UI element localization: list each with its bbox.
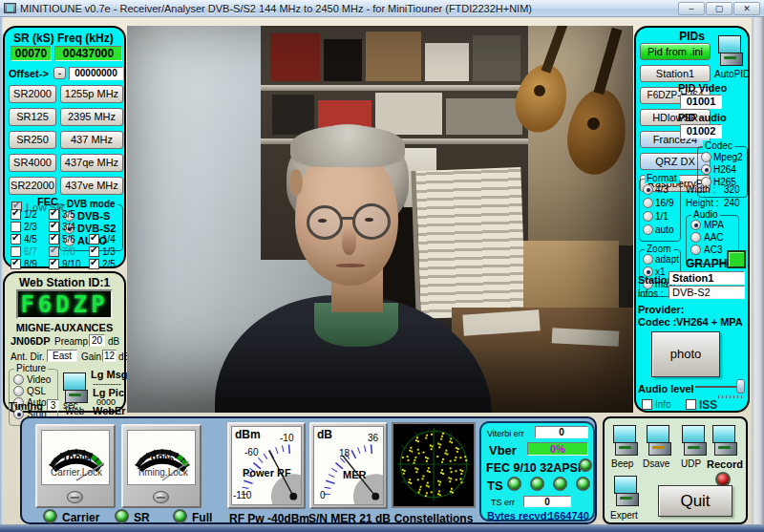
preamp-field[interactable]: 20 bbox=[89, 334, 105, 347]
pid-video-label: PID Video bbox=[678, 82, 727, 94]
photo-button[interactable]: photo bbox=[651, 331, 720, 377]
preset-sr-button[interactable]: SR4000 bbox=[9, 154, 56, 172]
format-11-radio[interactable] bbox=[643, 211, 653, 222]
station-city: MIGNE-AUXANCES bbox=[5, 322, 124, 333]
freq-value-field[interactable]: 00437000 bbox=[54, 46, 122, 61]
mer-lo: 0 bbox=[320, 490, 326, 500]
format-43-radio[interactable] bbox=[643, 184, 653, 195]
minitioune-window: MINITIOUNE v0.7e - Receiver/Analyser DVB… bbox=[0, 0, 764, 532]
gauge-knob[interactable] bbox=[67, 491, 83, 503]
offset-value-field[interactable]: 00000000 bbox=[69, 67, 123, 80]
constellation-display bbox=[392, 422, 476, 508]
fec-checkbox[interactable] bbox=[49, 234, 59, 245]
maximize-button[interactable]: ▢ bbox=[706, 2, 732, 15]
station-field[interactable]: Station1 bbox=[668, 271, 745, 285]
fec-checkbox[interactable] bbox=[11, 234, 21, 245]
audio-aac-label: AAC bbox=[704, 232, 724, 243]
preset-sr-button[interactable]: SR22000 bbox=[9, 177, 56, 195]
zoom-adapt-radio[interactable] bbox=[643, 254, 653, 265]
audio-level-slider[interactable] bbox=[695, 379, 745, 400]
ant-dir-field[interactable]: East bbox=[47, 350, 77, 362]
preset-freq-button[interactable]: 437ve MHz bbox=[60, 177, 123, 195]
pid-video-field[interactable]: 01001 bbox=[680, 95, 722, 109]
fec-checkbox[interactable] bbox=[11, 209, 21, 220]
sr-label: SR (kS) bbox=[13, 32, 54, 45]
gain-field[interactable]: 12 bbox=[102, 350, 117, 362]
audio-title: Audio bbox=[691, 209, 720, 220]
freq-label: Freq (kHz) bbox=[57, 32, 114, 45]
preset-freq-button[interactable]: 1255p MHz bbox=[60, 85, 123, 103]
preset-freq-button[interactable]: 437 MHz bbox=[60, 131, 123, 149]
record-switch[interactable] bbox=[712, 425, 737, 458]
provider-label: Provider: bbox=[638, 304, 684, 315]
autopid-switch[interactable] bbox=[718, 35, 743, 68]
fec-checkbox[interactable] bbox=[11, 222, 21, 232]
gauge-knob[interactable] bbox=[153, 491, 169, 503]
audio-mpa-radio[interactable] bbox=[690, 220, 701, 230]
graph-indicator[interactable] bbox=[727, 250, 746, 268]
close-button[interactable]: ✕ bbox=[733, 2, 760, 15]
timing-gauge: 98% Timing.Lock bbox=[121, 424, 202, 508]
fec-checkbox[interactable] bbox=[11, 259, 21, 269]
height-value: 240 bbox=[724, 198, 740, 208]
audio-level-label: Audio level bbox=[638, 383, 694, 394]
fec-label: 4/5 bbox=[24, 234, 37, 245]
picture-video-radio[interactable] bbox=[13, 374, 24, 385]
fec-label: 7/8 bbox=[62, 246, 75, 257]
window-title: MINITIOUNE v0.7e - Receiver/Analyser DVB… bbox=[20, 3, 532, 14]
fec-checkbox[interactable] bbox=[49, 259, 59, 269]
mer-mid: 18 bbox=[339, 448, 350, 458]
offset-minus-button[interactable]: - bbox=[53, 67, 66, 79]
udp-switch[interactable] bbox=[682, 425, 707, 458]
video-display[interactable] bbox=[127, 26, 633, 413]
preset-sr-button[interactable]: SR125 bbox=[9, 108, 56, 126]
fec-checkbox[interactable] bbox=[49, 222, 59, 232]
ts-err-field: 0 bbox=[523, 496, 571, 507]
dvb-mode-title: DVB mode bbox=[65, 199, 117, 209]
infos-field[interactable]: DVB-S2 bbox=[668, 286, 745, 299]
picture-qsl-label: QSL bbox=[27, 386, 46, 396]
preset-sr-button[interactable]: SR250 bbox=[9, 131, 56, 149]
quit-button[interactable]: Quit bbox=[658, 485, 732, 517]
fec-checkbox[interactable] bbox=[49, 209, 59, 220]
fec-title: FEC bbox=[37, 196, 58, 207]
slider-thumb[interactable] bbox=[736, 379, 745, 394]
pid-from-ini-button[interactable]: Pid from .ini bbox=[640, 43, 711, 60]
picture-qsl-radio[interactable] bbox=[13, 386, 24, 396]
title-bar[interactable]: MINITIOUNE v0.7e - Receiver/Analyser DVB… bbox=[0, 0, 764, 17]
dvb-s-label: DVB-S bbox=[77, 210, 110, 222]
fec-checkbox[interactable] bbox=[89, 259, 99, 269]
power-mid: -60 bbox=[244, 447, 258, 458]
format-169-radio[interactable] bbox=[643, 198, 653, 208]
fec-checkbox[interactable] bbox=[11, 246, 21, 257]
fec-checkbox[interactable] bbox=[89, 246, 99, 257]
iss-checkbox[interactable] bbox=[686, 399, 696, 410]
fec-checkbox[interactable] bbox=[49, 246, 59, 257]
codec-mpeg2-radio[interactable] bbox=[701, 152, 711, 162]
fec-label: 2/3 bbox=[24, 222, 37, 232]
expert-switch[interactable] bbox=[614, 476, 639, 508]
audio-aac-radio[interactable] bbox=[690, 232, 701, 243]
web-station-title: Web Station ID:1 bbox=[5, 276, 124, 289]
bytes-value: 1664740 bbox=[548, 510, 589, 521]
format-auto-radio[interactable] bbox=[643, 224, 653, 235]
preset-freq-button[interactable]: 437qe MHz bbox=[60, 154, 123, 172]
codec-mpeg2-label: Mpeg2 bbox=[713, 152, 743, 162]
timing-field[interactable]: 3 bbox=[47, 399, 59, 411]
beep-switch[interactable] bbox=[613, 425, 638, 458]
codec-h264-radio[interactable] bbox=[701, 164, 711, 175]
pid-audio-field[interactable]: 01002 bbox=[680, 124, 722, 138]
fec-checkbox[interactable] bbox=[89, 234, 99, 245]
preset-sr-button[interactable]: SR2000 bbox=[9, 85, 56, 103]
ts-led bbox=[507, 477, 521, 491]
minimize-button[interactable]: – bbox=[678, 2, 705, 15]
info-checkbox[interactable] bbox=[642, 399, 652, 410]
preset-freq-button[interactable]: 2395 MHz bbox=[60, 108, 123, 126]
sr-value-field[interactable]: 00070 bbox=[11, 46, 52, 61]
format-title: Format bbox=[645, 173, 679, 183]
tuner-panel: SR (kS) Freq (kHz) 00070 00437000 Offset… bbox=[3, 26, 126, 268]
fec-label: 9/10 bbox=[62, 259, 80, 269]
dsave-switch[interactable] bbox=[647, 425, 671, 458]
audio-ac3-radio[interactable] bbox=[690, 245, 701, 255]
station1-button[interactable]: Station1 bbox=[640, 65, 711, 82]
